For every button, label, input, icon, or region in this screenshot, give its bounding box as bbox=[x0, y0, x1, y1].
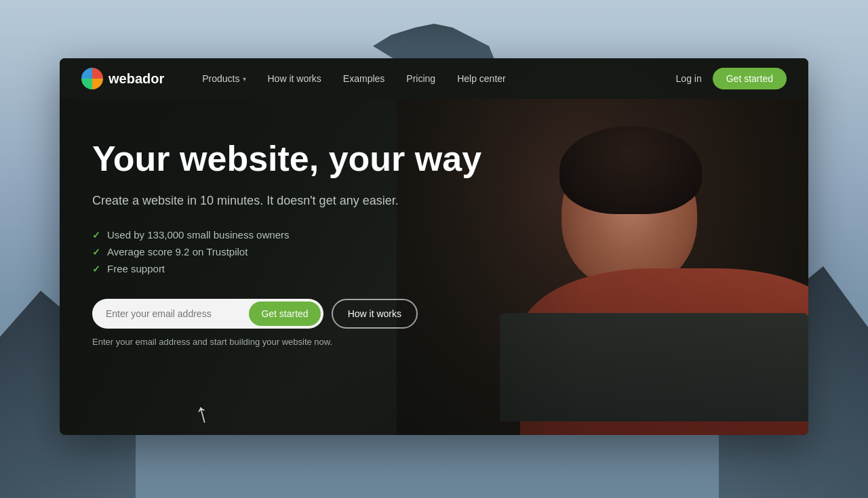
login-link[interactable]: Log in bbox=[676, 73, 702, 84]
bullet-2: ✓ Average score 9.2 on Trustpilot bbox=[92, 246, 776, 257]
nav-item-examples[interactable]: Examples bbox=[332, 68, 395, 89]
logo-icon bbox=[81, 68, 103, 89]
form-hint: Enter your email address and start build… bbox=[92, 337, 776, 347]
chevron-down-icon: ▾ bbox=[243, 75, 246, 83]
nav-get-started-button[interactable]: Get started bbox=[713, 68, 787, 89]
check-icon-1: ✓ bbox=[92, 230, 100, 241]
nav-item-help-center[interactable]: Help center bbox=[446, 68, 517, 89]
how-it-works-button[interactable]: How it works bbox=[332, 299, 418, 329]
check-icon-2: ✓ bbox=[92, 247, 100, 257]
logo-text: webador bbox=[108, 71, 164, 87]
navbar: webador Products ▾ How it works Examples… bbox=[60, 58, 808, 99]
nav-right: Log in Get started bbox=[676, 68, 787, 89]
bullet-1: ✓ Used by 133,000 small business owners bbox=[92, 229, 776, 241]
bullet-3: ✓ Free support bbox=[92, 263, 776, 274]
email-submit-button[interactable]: Get started bbox=[249, 302, 320, 326]
hero-bullets: ✓ Used by 133,000 small business owners … bbox=[92, 229, 776, 274]
nav-item-products[interactable]: Products ▾ bbox=[191, 68, 256, 89]
nav-links: Products ▾ How it works Examples Pricing… bbox=[191, 68, 675, 89]
nav-item-how-it-works[interactable]: How it works bbox=[257, 68, 332, 89]
hero-subtitle: Create a website in 10 minutes. It doesn… bbox=[92, 192, 431, 210]
hero-content: Your website, your way Create a website … bbox=[60, 99, 808, 347]
email-input-wrapper: Get started bbox=[92, 299, 323, 329]
check-icon-3: ✓ bbox=[92, 264, 100, 274]
nav-item-pricing[interactable]: Pricing bbox=[395, 68, 446, 89]
hero-title: Your website, your way bbox=[92, 140, 486, 178]
logo[interactable]: webador bbox=[81, 68, 164, 89]
browser-window: webador Products ▾ How it works Examples… bbox=[60, 58, 808, 435]
email-form: Get started How it works bbox=[92, 299, 418, 329]
